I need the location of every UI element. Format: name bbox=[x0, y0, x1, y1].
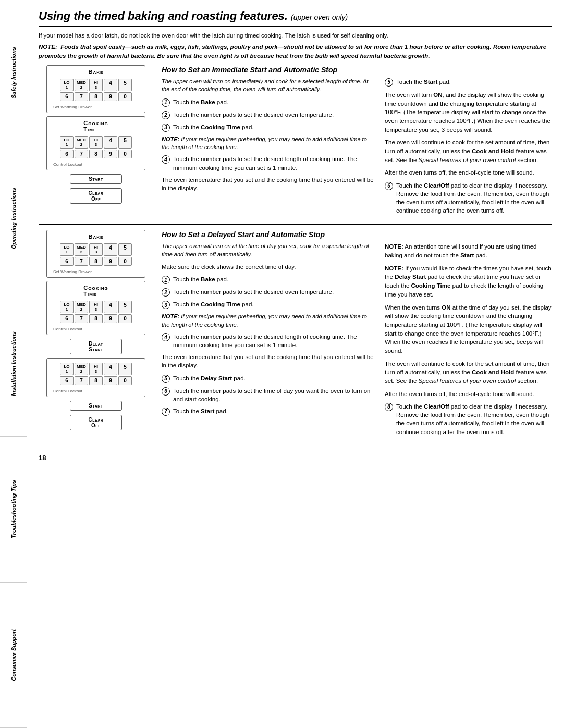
step-num-2-2: 2 bbox=[162, 288, 170, 297]
sidebar-label-consumer: Consumer Support bbox=[10, 629, 17, 681]
sidebar-section-safety: Safety Instructions bbox=[0, 0, 27, 145]
section2-right-text3: After the oven turns off, the end-of-cyc… bbox=[385, 390, 552, 399]
section1-right: How to Set an Immediate Start and Automa… bbox=[162, 65, 552, 219]
key-5b: 5 bbox=[118, 136, 132, 149]
key-hi3: HI3 bbox=[89, 79, 103, 91]
key3-7: 7 bbox=[75, 376, 88, 385]
step-1-5: 5 Touch the Start pad. bbox=[385, 78, 552, 87]
step-num-1-3: 3 bbox=[162, 124, 170, 132]
key2-4: 4 bbox=[104, 243, 117, 256]
key-lo1: LO1 bbox=[60, 79, 74, 91]
key-6: 6 bbox=[60, 92, 74, 101]
step-2-8: 8 Touch the Clear/Off pad to clear the d… bbox=[385, 402, 552, 436]
key3-hi3: HI3 bbox=[89, 363, 103, 375]
section1-display-note: The oven temperature that you set and th… bbox=[162, 176, 375, 192]
step-text-2-2: Touch the number pads to set the desired… bbox=[173, 288, 334, 296]
key2-lo1: LO1 bbox=[60, 243, 74, 256]
clear-off-button-2[interactable]: ClearOff bbox=[70, 415, 122, 430]
keypad-cooking-1: LO1 MED2 HI3 4 5 6 7 8 9 0 bbox=[60, 136, 132, 158]
step-2-1: 1 Touch the Bake pad. bbox=[162, 275, 375, 284]
key3-9: 9 bbox=[104, 376, 117, 385]
key-0b: 0 bbox=[118, 150, 132, 158]
key2-lo1b: LO1 bbox=[60, 301, 74, 313]
step-num-1-6: 6 bbox=[385, 182, 393, 190]
cooking-time-label-2: CookingTime bbox=[83, 285, 108, 297]
keypad-bake-2: LO1 MED2 HI3 4 5 6 7 8 9 0 bbox=[60, 243, 132, 266]
cooking-time-panel-1: CookingTime LO1 MED2 HI3 4 5 6 7 8 9 0 C… bbox=[46, 116, 145, 170]
key2-8: 8 bbox=[89, 257, 103, 266]
step-2-3: 3 Touch the Cooking Time pad. bbox=[162, 300, 375, 309]
key2-med2b: MED2 bbox=[75, 301, 88, 313]
step-text-1-5: Touch the Start pad. bbox=[396, 78, 451, 86]
cooking-time-panel-2: CookingTime LO1 MED2 HI3 4 5 6 7 8 9 0 C… bbox=[46, 281, 145, 335]
steps-list-2d: 8 Touch the Clear/Off pad to clear the d… bbox=[385, 402, 552, 436]
key2-0b: 0 bbox=[118, 314, 132, 323]
step-2-4: 4 Touch the number pads to set the desir… bbox=[162, 332, 375, 349]
step-text-2-6: Touch the number pads to set the time of… bbox=[173, 387, 375, 403]
key2-med2: MED2 bbox=[75, 243, 88, 256]
control-lockout-3: Control Lockout bbox=[53, 389, 82, 393]
step-text-2-7: Touch the Start pad. bbox=[173, 407, 228, 415]
section2-heading: How to Set a Delayed Start and Automatic… bbox=[162, 230, 552, 239]
sidebar-label-installation: Installation Instructions bbox=[10, 331, 17, 396]
sidebar-section-consumer: Consumer Support bbox=[0, 583, 27, 728]
warming-label-2: Set Warming Drawer bbox=[53, 269, 92, 274]
step-text-2-3: Touch the Cooking Time pad. bbox=[173, 300, 253, 309]
keypad-cooking-2: LO1 MED2 HI3 4 5 6 7 8 9 0 bbox=[60, 301, 132, 323]
control-lockout-1: Control Lockout bbox=[53, 162, 82, 167]
sidebar-section-installation: Installation Instructions bbox=[0, 291, 27, 437]
page-title: Using the timed baking and roasting feat… bbox=[39, 9, 552, 27]
section-immediate: Bake LO1 MED2 HI3 4 5 6 7 8 9 0 Set Warm… bbox=[39, 65, 552, 225]
step-2-2: 2 Touch the number pads to set the desir… bbox=[162, 288, 375, 297]
step-text-1-1: Touch the Bake pad. bbox=[173, 98, 228, 106]
steps-list-2c: 5 Touch the Delay Start pad. 6 Touch the… bbox=[162, 374, 375, 416]
step-num-1-4: 4 bbox=[162, 155, 170, 164]
step-num-2-1: 1 bbox=[162, 276, 170, 284]
clear-off-button-1[interactable]: ClearOff bbox=[70, 188, 122, 204]
section2-note3: NOTE: If you would like to check the tim… bbox=[385, 264, 552, 299]
bake-label-2: Bake bbox=[89, 233, 104, 240]
step-text-1-6: Touch the Clear/Off pad to clear the dis… bbox=[396, 181, 552, 215]
section1-notes: 5 Touch the Start pad. The oven will tur… bbox=[385, 78, 552, 219]
key2-4b: 4 bbox=[104, 301, 117, 313]
section1-right-text2: The oven will continue to cook for the s… bbox=[385, 138, 552, 164]
key-0: 0 bbox=[118, 92, 132, 101]
step-num-2-7: 7 bbox=[162, 408, 170, 416]
step-1-2: 2 Touch the number pads to set the desir… bbox=[162, 110, 375, 119]
steps-list-1: 1 Touch the Bake pad. 2 Touch the number… bbox=[162, 98, 375, 132]
section-delayed: Bake LO1 MED2 HI3 4 5 6 7 8 9 0 Set Warm… bbox=[39, 230, 552, 445]
sidebar-section-troubleshooting: Troubleshooting Tips bbox=[0, 437, 27, 582]
key3-med2: MED2 bbox=[75, 363, 88, 375]
section1-note1: NOTE: If your recipe requires preheating… bbox=[162, 135, 375, 152]
key-9: 9 bbox=[104, 92, 117, 101]
cooking-time-label-1: CookingTime bbox=[83, 120, 108, 132]
key2-7b: 7 bbox=[75, 314, 88, 323]
section2-instructions: The upper oven will turn on at the time … bbox=[162, 242, 375, 440]
bake-panel-2: Bake LO1 MED2 HI3 4 5 6 7 8 9 0 Set Warm… bbox=[46, 230, 145, 278]
sidebar-label-troubleshooting: Troubleshooting Tips bbox=[10, 480, 17, 538]
steps-list-1c: 5 Touch the Start pad. bbox=[385, 78, 552, 87]
keypad-delay: LO1 MED2 HI3 4 5 6 7 8 9 0 bbox=[60, 363, 132, 385]
bake-label-1: Bake bbox=[89, 69, 104, 75]
key2-0: 0 bbox=[118, 257, 132, 266]
key3-8: 8 bbox=[89, 376, 103, 385]
key-9b: 9 bbox=[104, 150, 117, 158]
step-num-2-6: 6 bbox=[162, 387, 170, 396]
key-8b: 8 bbox=[89, 150, 103, 158]
key2-8b: 8 bbox=[89, 314, 103, 323]
section2-left: Bake LO1 MED2 HI3 4 5 6 7 8 9 0 Set Warm… bbox=[39, 230, 153, 440]
start-button-2[interactable]: Start bbox=[70, 401, 122, 411]
delay-start-button-2[interactable]: DelayStart bbox=[70, 339, 122, 354]
key3-lo1: LO1 bbox=[60, 363, 74, 375]
step-num-1-5: 5 bbox=[385, 78, 393, 87]
section2-intro: The upper oven will turn on at the time … bbox=[162, 242, 375, 258]
start-button-1[interactable]: Start bbox=[70, 174, 122, 184]
key-7b: 7 bbox=[75, 150, 88, 158]
sidebar-section-operating: Operating Instructions bbox=[0, 145, 27, 291]
key2-hi3b: HI3 bbox=[89, 301, 103, 313]
keypad-bake-1: LO1 MED2 HI3 4 5 6 7 8 9 0 bbox=[60, 79, 132, 101]
key-hi3b: HI3 bbox=[89, 136, 103, 149]
step-text-2-5: Touch the Delay Start pad. bbox=[173, 374, 246, 382]
key3-0: 0 bbox=[118, 376, 132, 385]
key2-9b: 9 bbox=[104, 314, 117, 323]
